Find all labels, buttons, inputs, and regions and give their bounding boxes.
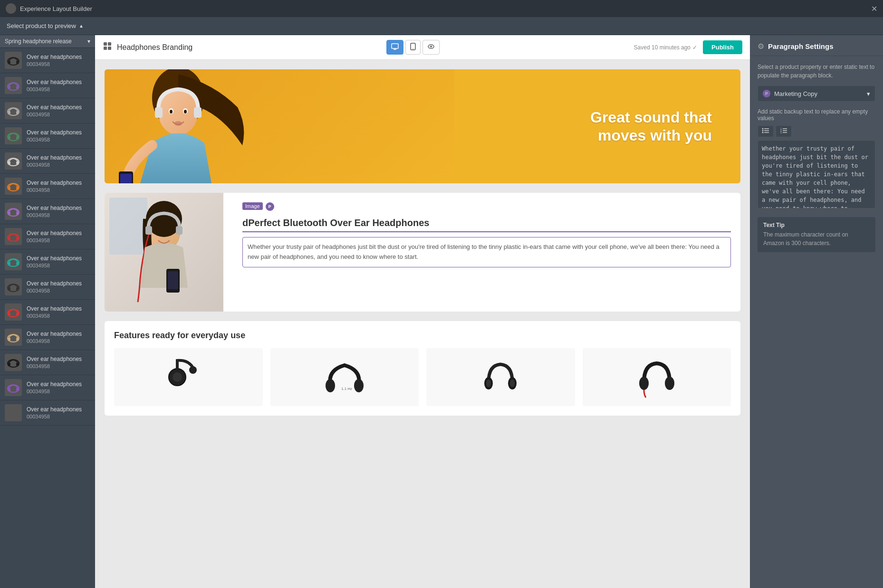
list-item[interactable]: Over ear headphones 00034958 bbox=[0, 375, 95, 400]
select-product[interactable]: Select product to preview ▲ bbox=[7, 22, 84, 29]
publish-button[interactable]: Publish bbox=[703, 40, 742, 54]
svg-rect-49 bbox=[392, 44, 398, 48]
list-item[interactable]: Over ear headphones 00034958 bbox=[0, 325, 95, 350]
center-content: Headphones Branding Saved 10 minutes ago… bbox=[95, 35, 750, 588]
unordered-list-button[interactable] bbox=[758, 125, 774, 137]
close-button[interactable]: ✕ bbox=[871, 4, 877, 13]
saved-status: Saved 10 minutes ago ✓ bbox=[634, 44, 697, 51]
product-info: Over ear headphones 00034958 bbox=[27, 280, 90, 294]
svg-point-2 bbox=[16, 60, 19, 64]
list-item[interactable]: Over ear headphones 00034958 bbox=[0, 98, 95, 123]
svg-point-26 bbox=[16, 262, 19, 266]
svg-point-35 bbox=[16, 337, 19, 341]
product-thumbnail bbox=[5, 253, 22, 270]
editor-header-right: Saved 10 minutes ago ✓ Publish bbox=[634, 40, 742, 54]
svg-point-4 bbox=[8, 85, 10, 89]
canvas-area: Great sound that moves with you bbox=[95, 60, 750, 588]
product-image-container bbox=[105, 193, 223, 312]
list-item[interactable]: Over ear headphones 00034958 bbox=[0, 300, 95, 325]
feature-item bbox=[583, 348, 731, 406]
list-item[interactable]: Over ear headphones 00034958 bbox=[0, 174, 95, 199]
svg-point-37 bbox=[8, 362, 10, 366]
product-id: 00034958 bbox=[27, 61, 90, 67]
svg-point-17 bbox=[16, 186, 19, 190]
gear-icon: ⚙ bbox=[758, 42, 764, 51]
property-dropdown[interactable]: P Marketing Copy ▾ bbox=[758, 85, 875, 102]
product-name: Over ear headphones bbox=[27, 406, 90, 414]
sidebar-dropdown[interactable]: Spring headphone release ▾ bbox=[0, 35, 95, 48]
svg-point-22 bbox=[8, 237, 10, 240]
product-info: Over ear headphones 00034958 bbox=[27, 381, 90, 394]
product-id: 00034958 bbox=[27, 389, 90, 394]
svg-point-44 bbox=[16, 413, 19, 417]
product-text-area: Image P dPerfect Bluetooth Over Ear Head… bbox=[233, 193, 740, 312]
editor-title: Headphones Branding bbox=[117, 43, 192, 52]
product-id: 00034958 bbox=[27, 288, 90, 294]
svg-point-13 bbox=[8, 161, 10, 165]
product-id: 00034958 bbox=[27, 162, 90, 168]
svg-point-92 bbox=[762, 130, 764, 132]
list-item[interactable]: Over ear headphones 00034958 bbox=[0, 400, 95, 426]
feature-item bbox=[114, 348, 263, 406]
svg-point-61 bbox=[170, 110, 173, 114]
product-thumbnail bbox=[5, 152, 22, 170]
svg-point-28 bbox=[8, 287, 10, 291]
svg-point-41 bbox=[16, 388, 19, 391]
product-info: Over ear headphones 00034958 bbox=[27, 230, 90, 243]
sidebar: Spring headphone release ▾ Over ear head… bbox=[0, 35, 95, 588]
svg-point-80 bbox=[354, 379, 364, 392]
list-item[interactable]: Over ear headphones 00034958 bbox=[0, 48, 95, 73]
product-id: 00034958 bbox=[27, 112, 90, 117]
text-tip-box: Text Tip The maximum character count on … bbox=[758, 217, 875, 252]
svg-point-23 bbox=[16, 237, 19, 240]
list-item[interactable]: Over ear headphones 00034958 bbox=[0, 123, 95, 149]
product-thumbnail bbox=[5, 228, 22, 245]
hero-text: Great sound that moves with you bbox=[590, 108, 712, 145]
ordered-list-button[interactable]: 1.2.3. bbox=[776, 125, 792, 137]
svg-point-19 bbox=[8, 211, 10, 215]
app-logo bbox=[6, 3, 16, 14]
product-info: Over ear headphones 00034958 bbox=[27, 129, 90, 142]
mobile-view-button[interactable] bbox=[405, 40, 421, 55]
backup-textarea[interactable]: Whether your trusty pair of headphones j… bbox=[758, 140, 875, 209]
svg-point-11 bbox=[16, 136, 19, 140]
product-name: Over ear headphones bbox=[27, 305, 90, 313]
svg-point-10 bbox=[8, 136, 10, 140]
product-section: Image P dPerfect Bluetooth Over Ear Head… bbox=[105, 193, 740, 312]
product-id: 00034958 bbox=[27, 212, 90, 218]
preview-button[interactable] bbox=[422, 40, 440, 55]
list-item[interactable]: Over ear headphones 00034958 bbox=[0, 199, 95, 224]
svg-text:3.: 3. bbox=[780, 132, 782, 134]
property-icon: P bbox=[266, 202, 274, 211]
list-item[interactable]: Over ear headphones 00034958 bbox=[0, 73, 95, 98]
product-id: 00034958 bbox=[27, 187, 90, 193]
product-name: Over ear headphones bbox=[27, 280, 90, 288]
product-thumbnail bbox=[5, 102, 22, 119]
list-item[interactable]: Over ear headphones 00034958 bbox=[0, 275, 95, 300]
svg-text:1.1 Hz: 1.1 Hz bbox=[341, 387, 352, 391]
product-info: Over ear headphones 00034958 bbox=[27, 54, 90, 67]
svg-point-77 bbox=[173, 372, 182, 382]
svg-point-91 bbox=[762, 128, 764, 130]
editor-header: Headphones Branding Saved 10 minutes ago… bbox=[95, 35, 750, 60]
view-controls bbox=[386, 40, 440, 55]
svg-rect-72 bbox=[145, 226, 152, 235]
list-item[interactable]: Over ear headphones 00034958 bbox=[0, 350, 95, 375]
product-info: Over ear headphones 00034958 bbox=[27, 305, 90, 319]
top-bar: Experience Layout Builder ✕ bbox=[0, 0, 883, 17]
svg-point-1 bbox=[8, 60, 10, 64]
desktop-view-button[interactable] bbox=[386, 40, 403, 55]
svg-point-5 bbox=[16, 85, 19, 89]
svg-point-32 bbox=[16, 312, 19, 316]
list-item[interactable]: Over ear headphones 00034958 bbox=[0, 249, 95, 275]
hero-image bbox=[105, 69, 454, 183]
product-name: Over ear headphones bbox=[27, 255, 90, 263]
property-icon: P bbox=[763, 90, 770, 97]
svg-rect-65 bbox=[194, 107, 202, 118]
hero-heading: Great sound that moves with you bbox=[590, 108, 712, 145]
product-id: 00034958 bbox=[27, 338, 90, 344]
svg-point-55 bbox=[430, 46, 432, 47]
list-item[interactable]: Over ear headphones 00034958 bbox=[0, 149, 95, 174]
list-item[interactable]: Over ear headphones 00034958 bbox=[0, 224, 95, 249]
svg-point-20 bbox=[16, 211, 19, 215]
